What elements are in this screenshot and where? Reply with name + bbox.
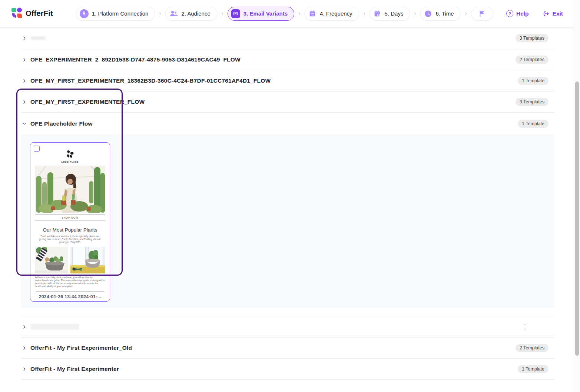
people-icon <box>169 9 178 18</box>
template-count-badge: 3 Templates <box>516 98 548 106</box>
template-count-badge: 1 Template <box>518 120 548 128</box>
flow-name: OFE_EXPERIMENTER_2_892D1538-D747-4875-90… <box>30 56 241 63</box>
chevron-right-icon <box>21 324 27 330</box>
expanded-templates-panel: LOGO PLACE <box>21 134 554 308</box>
chevron-right-icon <box>21 78 27 84</box>
exit-label: Exit <box>553 10 563 17</box>
step-days[interactable]: 5. Days <box>369 7 410 21</box>
chevron-separator-icon <box>297 11 302 16</box>
plug-icon <box>80 9 89 18</box>
scrollbar-track <box>574 0 580 392</box>
scrollbar-thumb[interactable] <box>575 82 579 356</box>
flow-name: OFE Placeholder Flow <box>30 120 93 127</box>
email-gallery-right-image <box>70 247 105 273</box>
chevron-right-icon <box>21 36 27 41</box>
chevron-separator-icon <box>463 11 468 16</box>
step-label: 3. Email Variants <box>243 10 288 17</box>
template-count-badge: 3 Templates <box>516 34 548 42</box>
flow-name: OFE_MY_FIRST_EXPERIMENTER_FLOW <box>30 99 145 105</box>
expanded-panel-footer <box>21 308 554 316</box>
flow-row-ofe-my-first-experimenter-guid[interactable]: OFE_MY_FIRST_EXPERIMENTER_18362B3D-360C-… <box>21 70 554 92</box>
email-preview: LOGO PLACE <box>30 143 110 299</box>
template-checkbox[interactable] <box>34 146 40 152</box>
flow-group-ofe-placeholder: OFE Placeholder Flow 1 Template <box>0 113 574 316</box>
template-count-badge: 2 Templates <box>516 56 548 64</box>
offerfit-logo-text: OfferFit <box>26 9 53 18</box>
template-count-badge: 1 Template <box>518 77 548 85</box>
calendar-icon <box>308 10 316 18</box>
chevron-right-icon <box>21 57 27 63</box>
help-button[interactable]: ? Help <box>506 10 529 17</box>
wizard-stepper: 1. Platform Connection 2. Audience <box>76 7 493 21</box>
clock-icon <box>424 10 432 18</box>
email-brand-logo: LOGO PLACE <box>62 150 79 163</box>
email-logo-label: LOGO PLACE <box>62 161 79 163</box>
flow-row-ofe-my-first-experimenter-flow[interactable]: OFE_MY_FIRST_EXPERIMENTER_FLOW 3 Templat… <box>21 92 554 113</box>
step-label: 1. Platform Connection <box>92 10 149 17</box>
finish-flag-step[interactable] <box>471 7 493 21</box>
chevron-right-icon <box>21 345 27 351</box>
email-body-text-2: With your specialty plant purchase, you … <box>35 276 105 288</box>
redacted-badge <box>524 324 526 330</box>
leaf-logo-icon <box>65 150 75 160</box>
step-audience[interactable]: 2. Audience <box>165 7 217 21</box>
email-variants-page: OfferFit 1. Platform Connection <box>0 0 580 392</box>
flow-name: OFE_MY_FIRST_EXPERIMENTER_18362B3D-360C-… <box>30 77 271 84</box>
step-label: 5. Days <box>385 10 404 17</box>
template-timestamp: 2024-01-26 13:44 2024-01-... <box>39 294 102 299</box>
chevron-down-icon <box>21 121 27 126</box>
step-label: 6. Time <box>435 10 454 17</box>
email-body-text-1: Don't just take our work for it, these s… <box>37 235 103 244</box>
flow-row-redacted-2[interactable] <box>21 316 554 338</box>
chevron-right-icon <box>21 99 27 105</box>
help-icon: ? <box>506 10 513 17</box>
flow-row-ofe-placeholder-flow[interactable]: OFE Placeholder Flow 1 Template <box>21 113 554 134</box>
offerfit-logo-icon <box>11 7 22 20</box>
exit-button[interactable]: Exit <box>542 10 563 17</box>
flow-row-offerfit-experimenter[interactable]: OfferFit - My First Experimenter 1 Templ… <box>21 359 554 380</box>
step-time[interactable]: 6. Time <box>420 7 460 21</box>
email-hero-image <box>35 166 105 213</box>
chevron-right-icon <box>21 366 27 372</box>
redacted-flow-name <box>31 36 46 40</box>
step-email-variants[interactable]: 3. Email Variants <box>228 7 294 21</box>
email-heading: Our Most Popular Plants <box>43 227 97 233</box>
email-gallery-left-image <box>35 247 68 273</box>
flow-list: 3 Templates OFE_EXPERIMENTER_2_892D1538-… <box>0 27 574 380</box>
template-card[interactable]: LOGO PLACE <box>30 142 110 302</box>
help-label: Help <box>516 10 529 17</box>
envelope-icon <box>231 9 240 18</box>
chevron-separator-icon <box>362 11 367 16</box>
flag-icon <box>478 10 486 18</box>
step-label: 4. Frequency <box>320 10 352 17</box>
top-navigation-bar: OfferFit 1. Platform Connection <box>0 0 580 27</box>
step-platform-connection[interactable]: 1. Platform Connection <box>76 7 155 21</box>
exit-icon <box>542 10 550 17</box>
chevron-separator-icon <box>158 11 163 16</box>
shop-now-button: SHOP NOW <box>35 215 105 220</box>
calendar-search-icon <box>373 10 381 18</box>
chevron-separator-icon <box>412 11 418 16</box>
email-divider <box>36 291 105 292</box>
redacted-flow-name <box>31 324 79 330</box>
flow-name: OfferFit - My First Experimenter_Old <box>30 345 132 351</box>
flow-row-ofe-experimenter-2[interactable]: OFE_EXPERIMENTER_2_892D1538-D747-4875-90… <box>21 49 554 70</box>
chevron-separator-icon <box>220 11 225 16</box>
flow-name: OfferFit - My First Experimenter <box>30 366 119 372</box>
offerfit-logo: OfferFit <box>11 7 53 20</box>
step-frequency[interactable]: 4. Frequency <box>305 7 359 21</box>
step-label: 2. Audience <box>181 10 210 17</box>
email-image-gallery <box>35 247 105 273</box>
template-count-badge: 2 Templates <box>516 344 548 352</box>
header-actions: ? Help Exit <box>506 10 563 17</box>
template-count-badge: 1 Template <box>518 365 548 373</box>
flow-row-redacted-1[interactable]: 3 Templates <box>21 27 554 49</box>
flow-row-offerfit-experimenter-old[interactable]: OfferFit - My First Experimenter_Old 2 T… <box>21 338 554 359</box>
